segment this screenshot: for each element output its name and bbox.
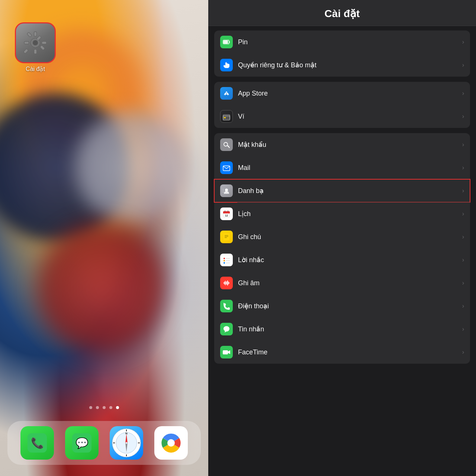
settings-section-1: Pin › Quyền riêng tư & Bảo mật › xyxy=(214,30,470,77)
reminders-label: Lời nhắc xyxy=(238,256,457,264)
svg-rect-7 xyxy=(23,49,29,54)
messages-svg: 💬 xyxy=(72,433,91,453)
settings-row-messages[interactable]: Tin nhắn › xyxy=(214,318,470,341)
mail-chevron: › xyxy=(462,164,464,171)
bg-blob-4 xyxy=(37,223,167,353)
phone-settings-icon xyxy=(220,300,233,312)
contacts-chevron: › xyxy=(462,187,464,194)
settings-section-3: Mật khẩu › Mail › xyxy=(214,133,470,364)
svg-marker-74 xyxy=(228,350,230,354)
svg-rect-28 xyxy=(229,41,230,43)
gear-icon xyxy=(22,30,48,56)
messages-settings-icon xyxy=(220,323,233,335)
svg-rect-53 xyxy=(223,234,229,240)
dock-safari-icon[interactable]: N xyxy=(110,426,143,460)
privacy-icon xyxy=(220,59,233,71)
notes-label: Ghi chú xyxy=(238,233,457,241)
settings-section-2: A App Store › xyxy=(214,82,470,128)
appstore-icon: A xyxy=(220,87,233,100)
wallet-icon xyxy=(220,110,233,123)
dot-5-active xyxy=(116,406,119,409)
pin-chevron: › xyxy=(462,39,464,45)
settings-row-mail[interactable]: Mail › xyxy=(214,156,470,179)
settings-title: Cài đặt xyxy=(219,7,465,20)
svg-rect-1 xyxy=(34,32,37,36)
svg-point-57 xyxy=(223,258,225,259)
settings-row-privacy[interactable]: Quyền riêng tư & Bảo mật › xyxy=(214,54,470,77)
settings-row-appstore[interactable]: A App Store › xyxy=(214,82,470,105)
facetime-label: FaceTime xyxy=(238,348,457,356)
settings-panel: Cài đặt Pin › xyxy=(208,0,476,476)
svg-point-59 xyxy=(223,262,225,264)
privacy-chevron: › xyxy=(462,62,464,68)
dot-1 xyxy=(89,406,92,409)
calendar-chevron: › xyxy=(462,210,464,217)
settings-app-icon[interactable] xyxy=(15,22,56,63)
passwords-chevron: › xyxy=(462,141,464,148)
calendar-label: Lịch xyxy=(238,210,457,218)
svg-rect-4 xyxy=(42,42,46,44)
wallet-chevron: › xyxy=(462,113,464,120)
facetime-chevron: › xyxy=(462,349,464,356)
settings-app-label: Cài đặt xyxy=(26,65,45,73)
notes-chevron: › xyxy=(462,234,464,240)
mail-icon xyxy=(220,161,233,174)
svg-point-10 xyxy=(33,40,38,45)
settings-row-passwords[interactable]: Mật khẩu › xyxy=(214,133,470,156)
messages-settings-label: Tin nhắn xyxy=(238,325,457,333)
settings-row-wallet[interactable]: Ví › xyxy=(214,105,470,128)
svg-text:12: 12 xyxy=(225,214,228,217)
pin-icon xyxy=(220,36,233,48)
reminders-icon xyxy=(220,254,233,266)
wallet-label: Ví xyxy=(238,113,457,120)
calendar-icon: 12 xyxy=(220,208,233,220)
home-screen: Cài đặt 📞 💬 xyxy=(0,0,208,476)
settings-row-phone[interactable]: Điện thoại › xyxy=(214,295,470,318)
svg-point-58 xyxy=(223,260,225,261)
settings-row-calendar[interactable]: 12 Lịch › xyxy=(214,202,470,225)
settings-row-reminders[interactable]: Lời nhắc › xyxy=(214,248,470,271)
page-dots xyxy=(89,406,119,409)
settings-row-facetime[interactable]: FaceTime › xyxy=(214,341,470,364)
svg-rect-29 xyxy=(223,41,228,44)
voice-memos-label: Ghi âm xyxy=(238,279,457,287)
svg-point-26 xyxy=(167,439,175,447)
settings-row-notes[interactable]: Ghi chú › xyxy=(214,225,470,248)
contacts-label: Danh bạ xyxy=(238,187,457,195)
photos-svg xyxy=(158,430,184,456)
appstore-chevron: › xyxy=(462,90,464,97)
settings-row-pin[interactable]: Pin › xyxy=(214,30,470,54)
facetime-icon xyxy=(220,346,233,358)
home-icon-grid: Cài đặt xyxy=(15,22,56,73)
svg-rect-5 xyxy=(27,32,32,37)
svg-text:N: N xyxy=(125,432,128,435)
settings-row-contacts[interactable]: Danh bạ › xyxy=(214,179,470,202)
pin-label: Pin xyxy=(238,38,457,46)
svg-point-43 xyxy=(225,189,228,192)
bg-blob-3 xyxy=(74,112,186,223)
mail-label: Mail xyxy=(238,164,457,172)
svg-rect-3 xyxy=(24,42,29,44)
dot-2 xyxy=(96,406,99,409)
svg-text:💬: 💬 xyxy=(75,437,89,449)
dock: 📞 💬 xyxy=(7,421,201,465)
voice-memos-chevron: › xyxy=(462,280,464,286)
notes-icon xyxy=(220,231,233,243)
svg-rect-2 xyxy=(34,49,37,54)
dot-4 xyxy=(109,406,112,409)
svg-rect-37 xyxy=(224,117,226,118)
privacy-label: Quyền riêng tư & Bảo mật xyxy=(238,61,457,69)
dock-phone-icon[interactable]: 📞 xyxy=(20,426,54,460)
voice-memos-icon xyxy=(220,277,233,289)
settings-row-voice-memos[interactable]: Ghi âm › xyxy=(214,271,470,295)
dock-photos-icon[interactable] xyxy=(154,426,188,460)
phone-svg: 📞 xyxy=(28,433,47,453)
svg-text:📞: 📞 xyxy=(31,437,44,449)
settings-app-wrapper[interactable]: Cài đặt xyxy=(15,22,56,73)
phone-settings-chevron: › xyxy=(462,303,464,309)
safari-svg: N xyxy=(110,426,143,460)
dot-3 xyxy=(103,406,106,409)
settings-header: Cài đặt xyxy=(208,0,476,26)
svg-rect-49 xyxy=(223,212,230,213)
dock-messages-icon[interactable]: 💬 xyxy=(65,426,99,460)
